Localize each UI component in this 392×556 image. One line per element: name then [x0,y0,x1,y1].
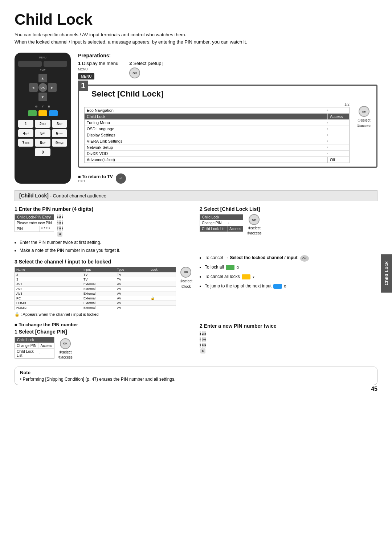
num-7[interactable]: 7pqrs [18,139,33,147]
step1-number: 1 [78,61,81,66]
ch-row-7: HDMI2 External AV [15,305,176,310]
menu-row-osd: OSD Language [85,126,349,132]
cl-list-access-label: ②access [247,231,261,235]
menu-cell-eco-val [327,110,349,111]
col-type: Type [117,268,151,271]
change-pin-val-1: Access [38,343,54,348]
menu-cell-tuning-val [327,122,349,123]
blue-btn[interactable] [49,110,58,116]
menu-cell-display: Display Settings [85,132,327,138]
menu-cell-network: Network Setup [85,144,327,150]
ok-select-btn[interactable]: OK [359,106,369,117]
ch-type-7: AV [117,306,151,310]
change-pin-cell-2: Child Lock List [15,349,40,358]
pin-value: * * * * [39,226,54,232]
exit-label: EXIT [40,69,46,71]
pin-bullet-2: Make a note of the PIN number in case yo… [20,247,192,254]
col-lock: Lock [151,268,174,271]
bullet-cancel: To cancel → Select the locked channel / … [205,253,377,262]
num-0[interactable]: 0 [35,148,50,156]
nk7: 7 [57,226,58,231]
num-2[interactable]: 2abc [35,120,50,128]
change-pin-step-number: 1 [15,329,17,335]
new-pin-numpad: 1 2 3 4 5 6 7 8 [200,331,206,353]
yellow-btn[interactable] [38,110,47,116]
exit-btn-remote[interactable]: ⏎ [116,173,126,184]
change-pin-row-1[interactable]: Change PIN Access [15,343,54,348]
step1-content: 1/2 Eco Navigation Child Lock Access [84,102,371,163]
ok-cl-list-btn[interactable]: OK [249,214,260,225]
menu-row-childlock[interactable]: Child Lock Access [85,114,349,120]
channel-step-section: 3 Select the channel / input to be locke… [15,259,192,317]
ok-channel-btn[interactable]: OK [180,267,191,278]
col-name: Name [16,268,83,271]
channel-step-heading: 3 Select the channel / input to be locke… [15,259,192,265]
menu-btn[interactable] [18,61,42,67]
pin-step-title: Enter the PIN number (4 digits) [19,206,93,212]
np8: 8 [202,343,203,348]
channel-step-number: 3 [15,259,17,265]
num-9[interactable]: 9wxyz [52,139,67,147]
menu-panel: 1/2 Eco Navigation Child Lock Access [84,102,350,163]
change-pin-val-2 [40,353,54,354]
ch-name-6: HDMI1 [16,301,83,305]
lock-note: 🔒 : Appears when the channel / input is … [15,312,192,317]
numpad-row3: 7 8 9 [57,226,63,231]
pin-table-wrapper: Child Lock-PIN Entry Please enter new PI… [15,214,54,234]
new-pin-step2-heading: 2 Enter a new PIN number twice [200,323,377,329]
menu-icon: MENU [78,73,94,79]
menu-cell-network-val [327,147,349,148]
num-3[interactable]: 3def [52,120,67,128]
ch-type-6: AV [117,301,151,305]
cl-list-row-2[interactable]: Child Lock List Access [200,226,243,232]
change-pin-step1-heading: 1 Select [Change PIN] [15,329,192,335]
blue-label: B [284,285,286,288]
pin-cell-prompt: Please enter new PIN [15,220,54,226]
prep-steps: 1 Display the menu MENU MENU 2 Select [S… [78,61,377,79]
num-8[interactable]: 8tuv [35,139,50,147]
numpad-row1: 1 2 3 [57,214,63,219]
cl-list-select-label: ①select [248,226,261,230]
num-1[interactable]: 1 [18,120,33,128]
exit-btn-top[interactable] [44,61,67,67]
cl-list-cell-2: Child Lock List [200,226,227,232]
num-5[interactable]: 5jkl [35,129,50,137]
page-indicator: 1/2 [84,102,350,106]
ok-btn[interactable]: OK [38,83,47,92]
cl-list-val-2: Access [227,226,243,232]
page-container: Child Lock You can lock specific channel… [0,0,392,400]
ch-input-4: External [83,292,117,295]
dpad-down[interactable]: ▼ [38,93,47,101]
dpad-left[interactable]: ◄ [29,83,38,92]
dpad-up[interactable]: ▲ [38,74,47,82]
new-pin-step2-number: 2 [200,323,203,329]
preparations: Preparations: 1 Display the menu MENU ME… [78,53,377,79]
green-btn[interactable] [28,110,37,116]
child-lock-header-strong: [Child Lock] [19,193,49,199]
ch-type-3: AV [117,287,151,291]
pin-row-2: PIN * * * * [15,226,54,232]
dpad-right[interactable]: ► [48,83,57,92]
cl-list-val-1 [228,222,243,224]
pin-label: PIN [15,226,39,232]
ch-name-7: HDMI2 [16,306,83,310]
ok-change-pin-btn[interactable]: OK [60,338,71,349]
ok-cancel-icon: OK [300,255,309,262]
cl-list-table: Child Lock Change PIN Child Lock List Ac… [200,214,243,232]
np-row3: 7 8 9 [200,343,206,348]
ch-name-3: AV2 [16,287,83,291]
cl-list-cell-1: Change PIN [200,220,228,226]
ok-btn-prep[interactable]: OK [129,68,140,78]
change-pin-annotations: OK ①select ②access [58,338,73,359]
num-6[interactable]: 6mno [52,129,67,137]
num-4[interactable]: 4ghi [18,129,33,137]
ch-input-1: TV [83,278,117,281]
np5: 5 [202,337,203,342]
change-pin-table-wrapper: Child Lock Change PIN Access Child Lock … [15,337,54,361]
nk6: 6 [62,220,63,225]
intro-line-1: You can lock specific channels / AV inpu… [15,31,377,38]
np0: 0 [200,348,205,353]
change-pin-access-label: ②access [58,355,73,359]
np7: 7 [200,343,201,348]
menu-label: MENU [39,56,46,59]
